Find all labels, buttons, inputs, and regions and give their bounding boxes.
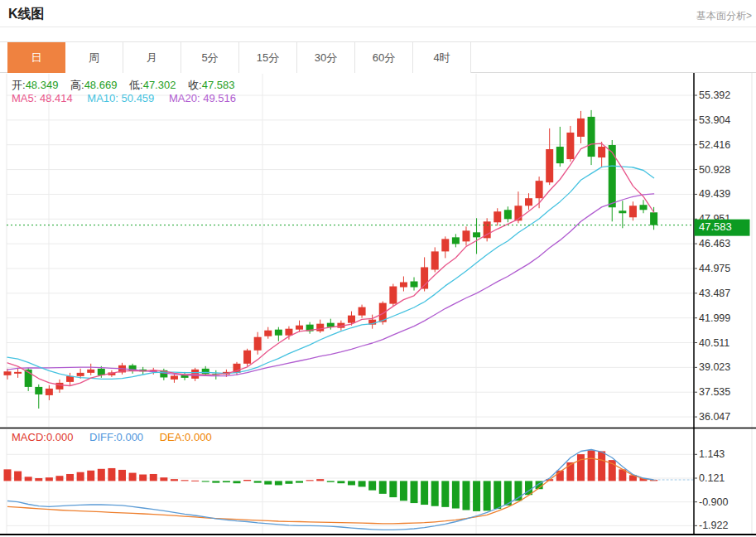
kline-chart[interactable]: 55.39253.90452.41650.92849.43947.95146.4…: [0, 73, 756, 537]
svg-text:49.439: 49.439: [699, 188, 730, 200]
ma-readout: MA5: 48.414 MA10: 50.459 MA20: 49.516: [12, 92, 236, 104]
svg-text:1.143: 1.143: [699, 448, 725, 460]
svg-text:46.463: 46.463: [699, 238, 730, 249]
svg-text:0.121: 0.121: [699, 472, 725, 484]
svg-text:41.999: 41.999: [699, 312, 730, 324]
tab-period-1[interactable]: 周: [65, 42, 123, 73]
macd-value-readout: MACD:0.000: [12, 431, 73, 443]
svg-text:52.416: 52.416: [699, 139, 730, 151]
page-title: K线图: [8, 6, 45, 23]
svg-text:37.535: 37.535: [699, 386, 730, 398]
period-tabbar: 日周月5分15分30分60分4时: [0, 41, 756, 73]
ma20-readout: MA20: 49.516: [169, 92, 236, 104]
macd-readout: MACD:0.000 DIFF:0.000 DEA:0.000: [12, 431, 212, 443]
svg-text:50.928: 50.928: [699, 164, 730, 176]
svg-text:-0.900: -0.900: [699, 496, 728, 508]
tab-period-3[interactable]: 5分: [181, 42, 239, 73]
tab-period-5[interactable]: 30分: [297, 42, 355, 73]
page-header: K线图 基本面分析>: [0, 0, 756, 27]
low-readout: 低:47.302: [129, 79, 176, 91]
svg-text:47.583: 47.583: [699, 220, 732, 233]
diff-value-readout: DIFF:0.000: [89, 431, 143, 443]
ohlc-readout: 开:48.349 高:48.669 低:47.302 收:47.583: [12, 78, 243, 93]
svg-text:40.511: 40.511: [699, 337, 730, 349]
svg-text:-1.922: -1.922: [699, 520, 728, 531]
fundamental-analysis-link[interactable]: 基本面分析>: [696, 9, 752, 23]
tab-period-4[interactable]: 15分: [239, 42, 297, 73]
svg-text:39.023: 39.023: [699, 361, 730, 373]
svg-text:44.975: 44.975: [699, 263, 730, 274]
tab-period-0[interactable]: 日: [7, 42, 65, 73]
ma5-readout: MA5: 48.414: [12, 92, 73, 104]
svg-text:36.047: 36.047: [699, 411, 730, 423]
tab-period-7[interactable]: 4时: [413, 42, 471, 73]
svg-text:43.487: 43.487: [699, 288, 730, 299]
ma10-readout: MA10: 50.459: [87, 92, 154, 104]
open-readout: 开:48.349: [12, 79, 58, 91]
tab-period-2[interactable]: 月: [123, 42, 181, 73]
dea-value-readout: DEA:0.000: [160, 431, 212, 443]
high-readout: 高:48.669: [70, 79, 117, 91]
tab-period-6[interactable]: 60分: [355, 42, 413, 73]
svg-text:53.904: 53.904: [699, 114, 730, 126]
close-readout: 收:47.583: [188, 79, 234, 91]
svg-text:55.392: 55.392: [699, 90, 730, 101]
